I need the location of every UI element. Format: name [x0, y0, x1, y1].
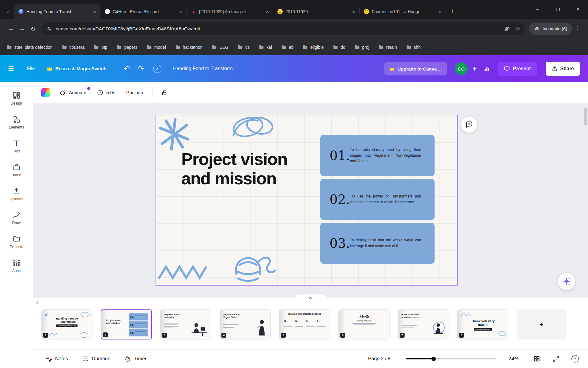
slide-page[interactable]: Project vision and mission 01. To be abl…	[156, 115, 458, 286]
redo-button[interactable]: ↷	[138, 64, 144, 73]
sidebar-item-brand[interactable]: Brand	[2, 161, 31, 180]
tab-close-icon[interactable]: ×	[437, 9, 443, 14]
sidebar-item-text[interactable]: Text	[2, 137, 31, 156]
slide-thumbnail-5[interactable]: Ideation and Creation process 01 02 03 0…	[279, 309, 330, 339]
reload-button[interactable]: ↻	[28, 23, 39, 34]
undo-button[interactable]: ↶	[124, 64, 130, 73]
slide-thumbnail-3[interactable]: Inspiration and creativity 3	[160, 309, 211, 339]
duration-label: Duration	[92, 356, 110, 362]
document-title[interactable]: Handing Food to Transform...	[173, 66, 237, 71]
eye-blocked-icon[interactable]	[504, 26, 510, 32]
slide-thumbnail-1[interactable]: Handing Food to Transformers Presented b…	[41, 309, 92, 339]
bookmark-folder[interactable]: steel plate defection	[7, 44, 53, 50]
window-minimize-button[interactable]	[527, 0, 548, 19]
tab-close-icon[interactable]: ×	[265, 9, 270, 14]
zoom-slider-thumb[interactable]	[432, 357, 436, 361]
sidebar-item-draw[interactable]: Draw	[2, 209, 31, 228]
bookmark-folder[interactable]: shh	[406, 44, 421, 50]
page-number-badge: 4	[221, 333, 226, 338]
tab-canva[interactable]: C Handing Food to Transf ×	[14, 4, 100, 19]
site-settings-icon[interactable]	[47, 26, 52, 32]
bookmark-star-icon[interactable]: ☆	[515, 25, 520, 32]
filmstrip-collapse-button[interactable]	[295, 294, 326, 302]
bookmark-folder[interactable]: cs	[238, 44, 250, 50]
avatar[interactable]: CG	[455, 62, 468, 75]
slide-thumbnail-8[interactable]: Thank you very much! www.reallygreatsite…	[457, 309, 508, 339]
bookmark-folder[interactable]: hackathon	[175, 44, 203, 50]
canvas-scrollbar[interactable]	[584, 108, 587, 125]
tab-github[interactable]: GitHub - EternalBlissard ×	[100, 4, 187, 19]
browser-menu-button[interactable]: ⋮	[572, 25, 582, 32]
tab-huggingface[interactable]: FoodVision101 - a Huggi ×	[360, 4, 446, 19]
window-maximize-button[interactable]	[548, 0, 568, 19]
slide-thumbnail-6[interactable]: 75% Training Accuracy 6	[338, 309, 390, 339]
point-card-3[interactable]: 03. To deploy it so that the whole world…	[320, 223, 435, 264]
step-number: 01	[284, 320, 286, 322]
tab-arxiv[interactable]: χ [2010.11929] An Image is ×	[187, 4, 273, 19]
bookmark-folder[interactable]: retain	[379, 44, 397, 50]
add-member-button[interactable]: +	[473, 64, 477, 73]
sidebar-item-uploads[interactable]: Uploads	[2, 185, 31, 204]
file-menu-button[interactable]: File	[27, 66, 35, 71]
comment-button[interactable]	[461, 117, 477, 133]
bookmark-folder[interactable]: eligible	[303, 44, 324, 50]
notes-button[interactable]: Notes	[45, 355, 68, 362]
tab-close-icon[interactable]: ×	[351, 9, 356, 14]
omnibox[interactable]: canva.com/design/DAGDXMfF8yI/jBGdXfoEmav…	[42, 22, 525, 35]
animate-button[interactable]: Animate	[59, 89, 86, 96]
main-menu-button[interactable]: ☰	[8, 65, 20, 73]
add-page-button[interactable]: +	[517, 309, 566, 339]
bookmark-folder[interactable]: ab	[281, 44, 294, 50]
new-tab-button[interactable]: +	[448, 6, 457, 16]
point-card-2[interactable]: 02. TO use the power of Transformers and…	[320, 179, 435, 220]
bookmark-folder[interactable]: btp	[94, 44, 107, 50]
bookmark-folder[interactable]: cousera	[62, 44, 85, 50]
insights-icon[interactable]	[484, 65, 490, 72]
duration-button[interactable]: Duration	[82, 355, 110, 362]
page-duration-button[interactable]: 5.0s	[97, 89, 115, 96]
resize-magic-switch-button[interactable]: Resize & Magic Switch	[47, 66, 107, 71]
sidebar-item-elements[interactable]: Elements	[2, 113, 31, 132]
forward-button[interactable]: →	[17, 23, 28, 34]
point-card-1[interactable]: 01. To be able classify food by using th…	[320, 135, 435, 176]
grid-view-button[interactable]	[533, 355, 540, 362]
sidebar-item-design[interactable]: Design	[2, 89, 31, 108]
illustration	[428, 320, 447, 337]
sidebar-item-apps[interactable]: Apps	[2, 256, 31, 275]
filmstrip-scroll-left[interactable]: ‹	[36, 298, 38, 305]
sidebar-item-projects[interactable]: Projects	[2, 232, 31, 251]
bookmark-folder[interactable]: papers	[117, 44, 138, 50]
bookmark-folder[interactable]: EEG	[212, 44, 228, 50]
tab-paper[interactable]: 2010.11929 ×	[273, 4, 360, 19]
tab-close-icon[interactable]: ×	[178, 9, 184, 14]
url-text[interactable]: canva.com/design/DAGDXMfF8yI/jBGdXfoEmav…	[56, 26, 500, 32]
tab-search-button[interactable]: ⌄	[3, 6, 12, 16]
bookmark-folder[interactable]: do	[333, 44, 345, 50]
canvas-area[interactable]: Project vision and mission 01. To be abl…	[33, 103, 588, 298]
back-button[interactable]: ←	[6, 23, 17, 34]
zoom-slider[interactable]	[406, 358, 496, 359]
crown-icon	[389, 66, 395, 71]
bookmark-folder[interactable]: model	[147, 44, 166, 50]
fullscreen-button[interactable]	[552, 355, 559, 362]
timer-button[interactable]: Timer	[124, 355, 146, 362]
incognito-badge[interactable]: Incognito (6)	[529, 23, 572, 35]
present-button[interactable]: Present	[498, 62, 537, 76]
bookmark-folder[interactable]: kal	[259, 44, 272, 50]
lock-button[interactable]	[161, 89, 168, 96]
slide-title[interactable]: Project vision and mission	[181, 150, 288, 188]
slide-thumbnail-2[interactable]: Project vision and mission 01. 02. 03. 2	[101, 309, 152, 339]
slide-thumbnail-4[interactable]: Vegetarian and Vegan Stats 4	[220, 309, 271, 339]
tab-close-icon[interactable]: ×	[92, 9, 97, 14]
upgrade-button[interactable]: Upgrade to Canva ...	[384, 62, 447, 75]
background-color-swatch[interactable]	[41, 88, 50, 97]
sidebar-item-label: Projects	[10, 245, 23, 249]
slide-thumbnail-7[interactable]: Final reflections and future steps 7	[398, 309, 449, 339]
help-button[interactable]: ?	[571, 355, 579, 362]
bookmark-folder[interactable]: proj	[355, 44, 369, 50]
share-button[interactable]: Share	[546, 62, 580, 76]
window-close-button[interactable]: ×	[568, 0, 588, 19]
step-number: 04	[317, 320, 319, 322]
magic-assistant-button[interactable]	[558, 273, 575, 290]
position-button[interactable]: Position	[126, 90, 143, 95]
